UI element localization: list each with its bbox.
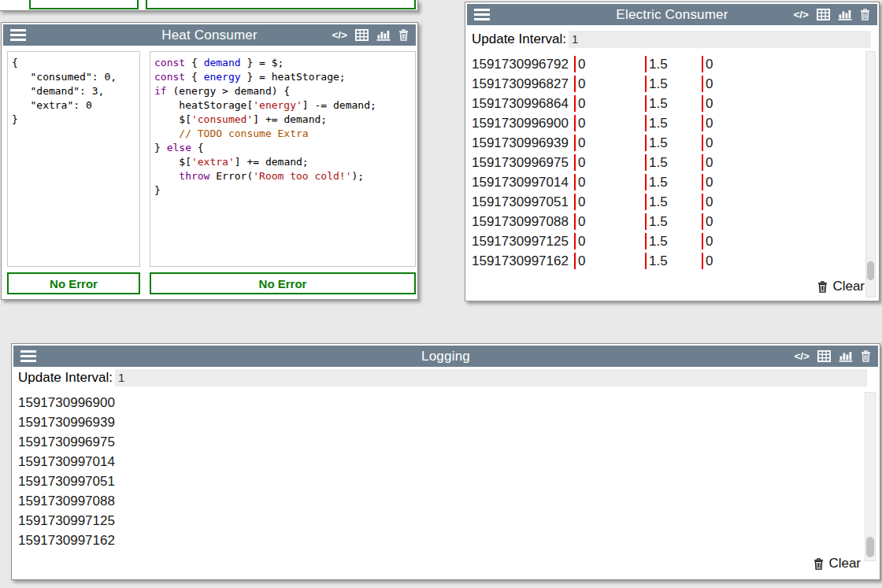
chart-icon[interactable] bbox=[376, 29, 391, 41]
panel-electric-consumer: Electric Consumer </> Update Interval: 1… bbox=[465, 2, 880, 301]
json-line: "consumed": 0, bbox=[12, 70, 139, 84]
status-badge: No Error bbox=[146, 0, 416, 9]
log-row: 1591730997162 bbox=[18, 531, 115, 550]
trash-icon[interactable] bbox=[398, 29, 409, 41]
code-icon[interactable]: </> bbox=[332, 29, 347, 41]
table-row: 159173099679201.50 bbox=[472, 54, 862, 74]
value-cell: 1.5 bbox=[645, 213, 702, 230]
value-cell: 0 bbox=[702, 253, 862, 269]
trash-icon bbox=[813, 558, 824, 570]
value-cell: 1.5 bbox=[645, 56, 702, 72]
value-cell: 1.5 bbox=[645, 154, 702, 171]
timestamp-cell: 1591730996827 bbox=[472, 76, 574, 92]
status-badge-code: No Error bbox=[150, 272, 416, 294]
scrollbar-thumb[interactable] bbox=[866, 537, 874, 557]
table-row: 159173099690001.50 bbox=[472, 113, 862, 133]
scrollbar-thumb[interactable] bbox=[867, 261, 874, 280]
panel-cutoff-top: No Error No Error bbox=[0, 0, 418, 11]
code-line: heatStorage['energy'] -= demand; bbox=[154, 98, 415, 113]
value-cell: 0 bbox=[574, 76, 645, 92]
table-row: 159173099708801.50 bbox=[472, 212, 862, 231]
table-row: 159173099701401.50 bbox=[472, 172, 862, 192]
value-cell: 1.5 bbox=[645, 194, 702, 210]
scrollbar-track[interactable] bbox=[865, 392, 876, 561]
code-line: // TODO consume Extra bbox=[154, 127, 415, 141]
panel-header: Logging </> bbox=[13, 346, 878, 367]
code-editor[interactable]: const { demand } = $;const { energy } = … bbox=[150, 51, 416, 267]
log-row: 1591730996975 bbox=[18, 432, 115, 452]
update-interval-label: Update Interval: bbox=[18, 370, 113, 386]
value-cell: 0 bbox=[702, 115, 862, 131]
clear-button[interactable]: Clear bbox=[813, 556, 861, 571]
value-cell: 1.5 bbox=[645, 233, 702, 250]
code-line: $['consumed'] += demand; bbox=[154, 113, 415, 127]
table-row: 159173099697501.50 bbox=[472, 153, 862, 172]
value-cell: 0 bbox=[574, 233, 645, 250]
value-cell: 1.5 bbox=[645, 115, 702, 131]
menu-icon[interactable] bbox=[10, 29, 26, 42]
menu-icon[interactable] bbox=[474, 9, 490, 21]
panel-logging: Logging </> Update Interval: 15917309969… bbox=[11, 343, 880, 580]
status-badge-label: No Error bbox=[147, 0, 414, 2]
status-badge-json: No Error bbox=[7, 272, 140, 294]
table-row: 159173099682701.50 bbox=[472, 74, 862, 94]
table-row: 159173099712501.50 bbox=[472, 231, 862, 251]
chart-icon[interactable] bbox=[838, 9, 852, 20]
code-line: $['extra'] += demand; bbox=[154, 155, 415, 169]
update-interval-input[interactable] bbox=[569, 31, 871, 48]
scrollbar-track[interactable] bbox=[865, 51, 876, 298]
value-cell: 1.5 bbox=[645, 135, 702, 151]
value-cell: 0 bbox=[574, 194, 645, 210]
trash-icon[interactable] bbox=[861, 350, 871, 362]
panel-header: Heat Consumer </> bbox=[3, 24, 416, 46]
code-line: throw Error('Room too cold!'); bbox=[154, 169, 415, 183]
value-cell: 0 bbox=[702, 174, 862, 190]
timestamp-cell: 1591730996792 bbox=[472, 56, 574, 72]
code-line: const { energy } = heatStorage; bbox=[154, 70, 415, 84]
update-interval-label: Update Interval: bbox=[472, 31, 566, 47]
timestamp-cell: 1591730997125 bbox=[472, 233, 574, 250]
value-cell: 0 bbox=[574, 154, 645, 171]
timestamp-cell: 1591730997088 bbox=[472, 213, 574, 230]
chart-icon[interactable] bbox=[839, 350, 853, 362]
value-cell: 0 bbox=[702, 135, 862, 151]
panel-title: Logging bbox=[13, 349, 878, 364]
trash-icon[interactable] bbox=[860, 9, 870, 20]
json-line: "extra": 0 bbox=[12, 98, 139, 113]
table-row: 159173099686401.50 bbox=[472, 94, 862, 113]
table-row: 159173099716201.50 bbox=[472, 251, 862, 271]
json-line: "demand": 3, bbox=[12, 84, 139, 98]
panel-heat-consumer: Heat Consumer </> { "consumed": 0, "dema… bbox=[1, 22, 418, 300]
value-cell: 0 bbox=[574, 56, 645, 72]
table-icon[interactable] bbox=[355, 29, 369, 41]
table-icon[interactable] bbox=[817, 350, 831, 362]
clear-button-label: Clear bbox=[828, 556, 861, 571]
update-interval-input[interactable] bbox=[115, 369, 867, 386]
value-cell: 1.5 bbox=[645, 174, 702, 190]
value-cell: 0 bbox=[702, 233, 862, 250]
code-icon[interactable]: </> bbox=[794, 350, 810, 362]
json-editor[interactable]: { "consumed": 0, "demand": 3, "extra": 0… bbox=[7, 51, 140, 267]
value-cell: 0 bbox=[574, 174, 645, 190]
table-icon[interactable] bbox=[817, 9, 830, 20]
menu-icon[interactable] bbox=[20, 350, 36, 363]
value-cell: 1.5 bbox=[645, 76, 702, 92]
value-cell: 1.5 bbox=[645, 95, 702, 112]
value-cell: 0 bbox=[574, 213, 645, 230]
timestamp-cell: 1591730997014 bbox=[472, 174, 574, 190]
value-cell: 0 bbox=[702, 154, 862, 171]
code-line: } bbox=[154, 183, 415, 198]
table-row: 159173099705101.50 bbox=[472, 192, 862, 212]
value-cell: 0 bbox=[574, 253, 645, 269]
code-line: } else { bbox=[154, 141, 415, 155]
clear-button[interactable]: Clear bbox=[817, 279, 865, 294]
value-cell: 0 bbox=[702, 56, 862, 72]
clear-button-label: Clear bbox=[832, 279, 865, 294]
table-row: 159173099693901.50 bbox=[472, 133, 862, 153]
timestamp-cell: 1591730996939 bbox=[472, 135, 574, 151]
code-icon[interactable]: </> bbox=[793, 9, 809, 20]
value-cell: 0 bbox=[702, 194, 862, 210]
code-line: const { demand } = $; bbox=[154, 56, 415, 70]
timestamp-cell: 1591730997162 bbox=[472, 253, 574, 269]
json-line: } bbox=[12, 113, 139, 127]
